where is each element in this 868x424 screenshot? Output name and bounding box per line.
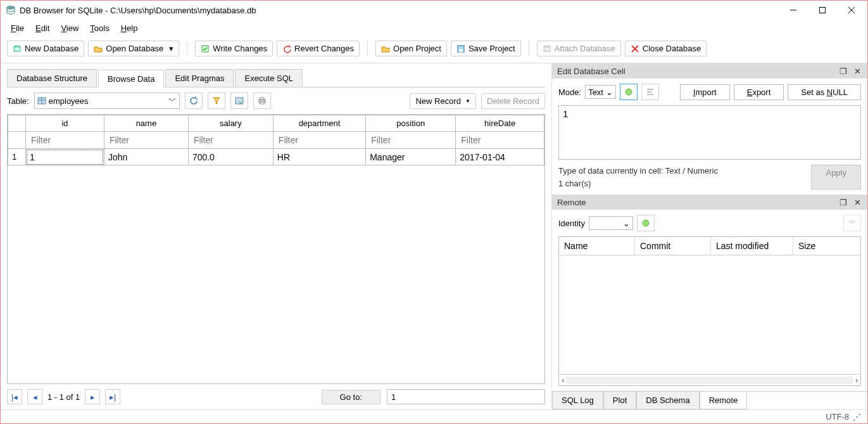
remote-col-lastmod[interactable]: Last modified <box>711 237 793 255</box>
close-panel-icon[interactable]: ✕ <box>852 197 862 207</box>
row-number[interactable]: 1 <box>8 149 26 165</box>
write-changes-button[interactable]: Write Changes <box>195 41 273 56</box>
tab-sql-log[interactable]: SQL Log <box>552 392 603 409</box>
filter-department[interactable] <box>277 134 362 146</box>
menu-file[interactable]: File <box>7 22 28 34</box>
remote-col-name[interactable]: Name <box>559 237 635 255</box>
undock-icon[interactable]: ❐ <box>838 66 848 76</box>
table-select[interactable]: employees ﹀ <box>34 93 180 109</box>
main-toolbar: New Database Open Database ▾ Write Chang… <box>1 37 867 63</box>
close-panel-icon[interactable]: ✕ <box>852 66 862 76</box>
pager-text: 1 - 1 of 1 <box>47 392 80 402</box>
menu-tools[interactable]: Tools <box>86 22 113 34</box>
status-bar: UTF-8 ⋰ <box>1 409 867 423</box>
mode-select[interactable]: Text⌄ <box>585 85 616 99</box>
open-database-button[interactable]: Open Database ▾ <box>88 41 179 56</box>
chevron-down-icon[interactable]: ▾ <box>169 44 173 53</box>
attach-database-label: Attach Database <box>555 44 615 53</box>
resize-grip-icon[interactable]: ⋰ <box>853 412 861 421</box>
svg-rect-9 <box>459 49 463 52</box>
filter-hiredate[interactable] <box>460 134 540 146</box>
col-position[interactable]: position <box>366 115 456 132</box>
next-page-button[interactable]: ▸ <box>85 389 100 404</box>
save-table-button[interactable] <box>230 93 248 109</box>
identity-settings-button[interactable] <box>637 215 655 231</box>
print-button[interactable] <box>253 93 271 109</box>
remote-col-size[interactable]: Size <box>793 237 860 255</box>
push-button[interactable] <box>843 215 861 231</box>
undock-icon[interactable]: ❐ <box>838 197 848 207</box>
filter-position[interactable] <box>370 134 451 146</box>
cell-hiredate[interactable]: 2017-01-04 <box>456 149 544 165</box>
goto-input[interactable] <box>387 389 545 404</box>
menu-view[interactable]: View <box>57 22 82 34</box>
col-name[interactable]: name <box>104 115 188 132</box>
chevron-down-icon: ⌄ <box>623 219 630 228</box>
tab-plot[interactable]: Plot <box>603 392 636 409</box>
prev-page-button[interactable]: ◂ <box>27 389 42 404</box>
save-project-button[interactable]: Save Project <box>451 41 521 56</box>
cell-id[interactable]: 1 <box>26 149 104 165</box>
col-department[interactable]: department <box>273 115 365 132</box>
tab-database-structure[interactable]: Database Structure <box>7 69 97 87</box>
cell-salary[interactable]: 700.0 <box>188 149 273 165</box>
tab-execute-sql[interactable]: Execute SQL <box>235 69 303 87</box>
attach-database-button[interactable]: Attach Database <box>537 41 621 56</box>
svg-rect-11 <box>544 47 550 51</box>
save-project-label: Save Project <box>469 44 515 53</box>
menu-edit[interactable]: Edit <box>32 22 53 34</box>
col-id[interactable]: id <box>26 115 104 132</box>
identity-label: Identity <box>558 219 585 228</box>
toolbar-separator <box>529 42 529 56</box>
col-salary[interactable]: salary <box>188 115 273 132</box>
close-database-button[interactable]: Close Database <box>625 41 707 56</box>
filter-salary[interactable] <box>192 134 269 146</box>
svg-point-0 <box>7 6 15 9</box>
svg-rect-17 <box>236 98 243 104</box>
close-button[interactable] <box>837 1 866 20</box>
filter-row <box>8 132 544 149</box>
cell-name[interactable]: John <box>104 149 188 165</box>
revert-changes-button[interactable]: Revert Changes <box>277 41 360 56</box>
cell-editor[interactable]: 1 <box>558 105 861 160</box>
identity-select[interactable]: ⌄ <box>589 216 633 230</box>
export-button[interactable]: Export <box>734 84 784 100</box>
tab-browse-data[interactable]: Browse Data <box>98 70 164 87</box>
row-header-corner <box>8 115 26 132</box>
new-database-button[interactable]: New Database <box>7 41 84 56</box>
set-null-button[interactable]: Set as NULL <box>788 84 861 100</box>
minimize-button[interactable] <box>779 1 808 20</box>
remote-scrollbar[interactable]: ‹› <box>559 374 860 385</box>
menu-help[interactable]: Help <box>117 22 142 34</box>
tab-db-schema[interactable]: DB Schema <box>636 392 699 409</box>
new-record-button[interactable]: New Record▼ <box>410 93 475 109</box>
delete-record-button[interactable]: Delete Record <box>481 93 545 109</box>
filter-id[interactable] <box>30 134 100 146</box>
open-project-button[interactable]: Open Project <box>375 41 447 56</box>
apply-button[interactable]: Apply <box>811 165 861 190</box>
cell-position[interactable]: Manager <box>366 149 456 165</box>
format-text-button[interactable] <box>620 84 638 100</box>
clear-filters-button[interactable] <box>208 93 225 109</box>
svg-point-25 <box>643 220 649 226</box>
svg-rect-20 <box>260 102 264 104</box>
col-hiredate[interactable]: hireDate <box>456 115 544 132</box>
svg-rect-2 <box>820 8 826 13</box>
goto-label: Go to: <box>322 390 381 404</box>
remote-col-commit[interactable]: Commit <box>635 237 711 255</box>
tab-edit-pragmas[interactable]: Edit Pragmas <box>165 69 234 87</box>
app-icon <box>6 5 16 15</box>
data-grid: id name salary department position hireD… <box>7 114 545 384</box>
table-row[interactable]: 1 1 John 700.0 HR Manager 2017-01-04 <box>8 149 544 165</box>
cell-department[interactable]: HR <box>273 149 365 165</box>
last-page-button[interactable]: ▸| <box>105 389 120 404</box>
tab-remote[interactable]: Remote <box>700 392 748 409</box>
maximize-button[interactable] <box>808 1 837 20</box>
refresh-button[interactable] <box>185 93 203 109</box>
import-button[interactable]: Import <box>680 84 730 100</box>
main-tabs: Database Structure Browse Data Edit Prag… <box>7 70 545 87</box>
filter-name[interactable] <box>108 134 184 146</box>
text-align-button[interactable] <box>641 84 659 100</box>
svg-rect-19 <box>260 98 264 100</box>
first-page-button[interactable]: |◂ <box>7 389 22 404</box>
